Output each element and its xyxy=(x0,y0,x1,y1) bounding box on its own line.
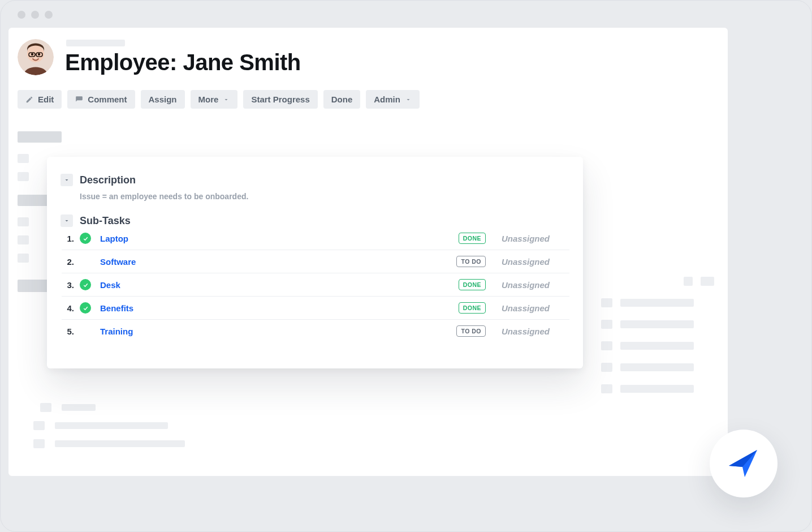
page-title: Employee: Jane Smith xyxy=(65,50,301,75)
assign-button[interactable]: Assign xyxy=(141,90,185,109)
subtasks-section: Sub-Tasks 1.LaptopDONEUnassigned2.Softwa… xyxy=(61,214,569,342)
done-button[interactable]: Done xyxy=(323,90,361,109)
subtasks-heading: Sub-Tasks xyxy=(80,215,131,227)
traffic-light-close[interactable] xyxy=(18,11,25,19)
check-circle-icon xyxy=(80,233,91,244)
start-progress-label: Start Progress xyxy=(251,95,309,104)
assignee-label: Unassigned xyxy=(502,257,569,267)
subtask-link[interactable]: Benefits xyxy=(100,303,133,313)
more-icon-placeholder xyxy=(701,277,714,286)
status-badge: TO DO xyxy=(456,325,486,337)
add-icon-placeholder xyxy=(684,277,693,286)
check-circle-empty xyxy=(80,256,91,267)
status-badge: DONE xyxy=(459,302,486,314)
window-controls xyxy=(18,11,53,19)
more-button[interactable]: More xyxy=(191,90,238,109)
check-circle-empty xyxy=(80,325,91,337)
subtask-link[interactable]: Desk xyxy=(100,280,120,290)
comment-label: Comment xyxy=(88,95,127,104)
subtask-number: 4. xyxy=(62,303,74,313)
assignee-label: Unassigned xyxy=(502,327,569,336)
subtask-row[interactable]: 5.TrainingTO DOUnassigned xyxy=(62,320,569,342)
description-section: Description Issue = an employee needs to… xyxy=(61,174,569,201)
subtask-number: 1. xyxy=(62,234,74,243)
chevron-down-icon xyxy=(405,96,412,103)
edit-label: Edit xyxy=(38,95,54,104)
done-label: Done xyxy=(331,95,353,104)
collapse-toggle-description[interactable] xyxy=(61,174,73,186)
assignee-label: Unassigned xyxy=(502,303,569,313)
subtask-link[interactable]: Training xyxy=(100,327,133,336)
description-text: Issue = an employee needs to be onboarde… xyxy=(80,192,569,201)
subtask-row[interactable]: 4.BenefitsDONEUnassigned xyxy=(62,297,569,320)
svg-point-2 xyxy=(27,45,44,62)
traffic-light-zoom[interactable] xyxy=(45,11,53,19)
edit-button[interactable]: Edit xyxy=(18,90,62,109)
admin-button[interactable]: Admin xyxy=(366,90,420,109)
subtask-link[interactable]: Laptop xyxy=(100,234,128,243)
subtask-row[interactable]: 3.DeskDONEUnassigned xyxy=(62,273,569,297)
assignee-label: Unassigned xyxy=(502,234,569,243)
app-frame: Employee: Jane Smith Edit Comment Assign… xyxy=(0,0,812,532)
subtask-row[interactable]: 2.SoftwareTO DOUnassigned xyxy=(62,250,569,273)
svg-point-3 xyxy=(31,53,33,55)
comment-icon xyxy=(75,96,83,104)
subtask-number: 2. xyxy=(62,257,74,267)
admin-label: Admin xyxy=(374,95,400,104)
assignee-label: Unassigned xyxy=(502,280,569,290)
subtask-number: 3. xyxy=(62,280,74,290)
chevron-down-icon xyxy=(63,177,70,183)
check-circle-icon xyxy=(80,279,91,290)
comment-button[interactable]: Comment xyxy=(67,90,135,109)
page-header: Employee: Jane Smith xyxy=(8,39,728,75)
detail-card: Description Issue = an employee needs to… xyxy=(47,157,583,368)
collapse-toggle-subtasks[interactable] xyxy=(61,214,73,227)
status-badge: DONE xyxy=(459,233,486,244)
breadcrumb-placeholder xyxy=(66,40,125,46)
more-label: More xyxy=(198,95,219,104)
subtask-row[interactable]: 1.LaptopDONEUnassigned xyxy=(62,227,569,250)
traffic-light-minimize[interactable] xyxy=(31,11,39,19)
status-badge: DONE xyxy=(459,279,486,290)
action-toolbar: Edit Comment Assign More Start Progress … xyxy=(8,75,728,109)
subtasks-list: 1.LaptopDONEUnassigned2.SoftwareTO DOUna… xyxy=(61,227,569,342)
brand-paper-plane-icon xyxy=(725,445,762,482)
status-badge: TO DO xyxy=(456,256,486,267)
description-heading: Description xyxy=(80,174,136,186)
brand-fab[interactable] xyxy=(710,430,778,497)
assign-label: Assign xyxy=(149,95,177,104)
subtask-number: 5. xyxy=(62,327,74,336)
chevron-down-icon xyxy=(223,96,230,103)
chevron-down-icon xyxy=(63,217,70,224)
right-sidebar-skeleton xyxy=(601,277,714,406)
svg-point-4 xyxy=(38,53,40,55)
check-circle-icon xyxy=(80,302,91,314)
pencil-icon xyxy=(25,96,33,104)
subtask-link[interactable]: Software xyxy=(100,257,136,267)
employee-avatar xyxy=(18,39,54,75)
start-progress-button[interactable]: Start Progress xyxy=(243,90,317,109)
